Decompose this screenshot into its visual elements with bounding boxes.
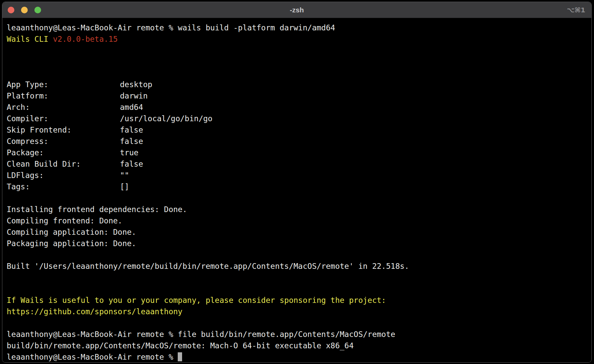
- config-label: Tags:: [7, 181, 120, 192]
- terminal-blank-line: [7, 317, 591, 329]
- build-result: Built '/Users/leaanthony/remote/build/bi…: [7, 260, 591, 272]
- config-value: false: [120, 126, 143, 134]
- config-value: false: [120, 160, 143, 168]
- window-titlebar[interactable]: -zsh ⌥⌘1: [2, 2, 591, 18]
- zoom-button[interactable]: [34, 7, 41, 13]
- terminal-screen[interactable]: leaanthony@Leas-MacBook-Air remote % wai…: [2, 18, 591, 362]
- text-segment: v2.0.0-beta.15: [53, 35, 118, 43]
- config-app-type: App Type:desktop: [7, 79, 591, 90]
- config-value: false: [120, 137, 143, 146]
- config-value: true: [120, 148, 138, 157]
- step-packaging-application: Packaging application: Done.: [7, 238, 591, 249]
- text-segment: Packaging application: Done.: [7, 239, 136, 248]
- text-segment: Compiling application: Done.: [7, 228, 136, 236]
- text-segment: If Wails is useful to you or your compan…: [7, 296, 386, 305]
- terminal-blank-line: [7, 283, 591, 295]
- traffic-lights: [2, 7, 41, 13]
- config-label: Skip Frontend:: [7, 124, 120, 136]
- file-command-prompt: leaanthony@Leas-MacBook-Air remote % fil…: [7, 329, 591, 340]
- config-label: LDFlags:: [7, 170, 120, 181]
- sponsor-message: If Wails is useful to you or your compan…: [7, 295, 591, 306]
- text-segment: leaanthony@Leas-MacBook-Air remote % wai…: [7, 23, 335, 32]
- sponsor-url: https://github.com/sponsors/leaanthony: [7, 306, 591, 317]
- terminal-blank-line: [7, 67, 591, 79]
- config-compiler: Compiler:/usr/local/go/bin/go: [7, 113, 591, 124]
- config-tags: Tags:[]: [7, 181, 591, 192]
- config-label: Package:: [7, 147, 120, 158]
- config-arch: Arch:amd64: [7, 102, 591, 113]
- config-compress: Compress:false: [7, 136, 591, 147]
- config-value: /usr/local/go/bin/go: [120, 114, 212, 123]
- text-segment: Wails CLI: [7, 35, 53, 43]
- terminal-blank-line: [7, 192, 591, 204]
- text-segment: build/bin/remote.app/Contents/MacOS/remo…: [7, 341, 354, 350]
- terminal-window: -zsh ⌥⌘1 leaanthony@Leas-MacBook-Air rem…: [2, 2, 592, 363]
- terminal-blank-line: [7, 249, 591, 260]
- text-segment: Installing frontend dependencies: Done.: [7, 205, 187, 214]
- terminal-blank-line: [7, 56, 591, 67]
- text-segment: Built '/Users/leaanthony/remote/build/bi…: [7, 262, 409, 270]
- config-label: Compiler:: [7, 113, 120, 124]
- close-button[interactable]: [8, 7, 14, 13]
- build-command-prompt: leaanthony@Leas-MacBook-Air remote % wai…: [7, 22, 591, 33]
- config-label: Arch:: [7, 102, 120, 113]
- terminal-cursor: [178, 352, 182, 361]
- config-clean-build-dir: Clean Build Dir:false: [7, 158, 591, 170]
- text-segment: leaanthony@Leas-MacBook-Air remote %: [7, 353, 178, 361]
- text-segment: Compiling frontend: Done.: [7, 216, 122, 225]
- wails-cli-version: Wails CLI v2.0.0-beta.15: [7, 33, 591, 45]
- active-prompt: leaanthony@Leas-MacBook-Air remote %: [7, 351, 591, 363]
- config-label: App Type:: [7, 79, 120, 90]
- minimize-button[interactable]: [21, 7, 28, 13]
- file-command-output: build/bin/remote.app/Contents/MacOS/remo…: [7, 340, 591, 351]
- text-segment: leaanthony@Leas-MacBook-Air remote % fil…: [7, 330, 395, 339]
- window-shortcut-badge: ⌥⌘1: [567, 2, 585, 18]
- config-ldflags: LDFlags:"": [7, 170, 591, 181]
- config-value: darwin: [120, 92, 148, 100]
- config-value: amd64: [120, 103, 143, 112]
- step-compiling-frontend: Compiling frontend: Done.: [7, 215, 591, 226]
- step-compiling-application: Compiling application: Done.: [7, 226, 591, 238]
- window-title: -zsh: [2, 2, 591, 18]
- config-value: []: [120, 182, 129, 191]
- config-label: Clean Build Dir:: [7, 158, 120, 170]
- config-platform: Platform:darwin: [7, 90, 591, 102]
- step-installing-deps: Installing frontend dependencies: Done.: [7, 204, 591, 215]
- config-label: Compress:: [7, 136, 120, 147]
- terminal-blank-line: [7, 272, 591, 283]
- config-value: desktop: [120, 80, 152, 89]
- text-segment: https://github.com/sponsors/leaanthony: [7, 307, 182, 316]
- terminal-blank-line: [7, 45, 591, 56]
- config-label: Platform:: [7, 90, 120, 102]
- config-package: Package:true: [7, 147, 591, 158]
- config-value: "": [120, 171, 129, 180]
- config-skip-frontend: Skip Frontend:false: [7, 124, 591, 136]
